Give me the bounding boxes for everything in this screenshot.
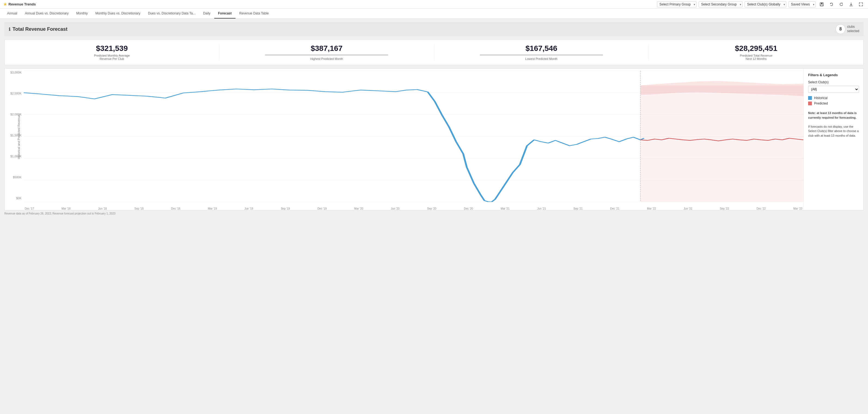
legend-predicted: Predicted <box>808 101 859 105</box>
star-icon: ★ <box>3 2 7 7</box>
secondary-group-select[interactable]: Select Secondary Group <box>699 1 742 7</box>
predicted-color-swatch <box>808 101 812 105</box>
stat-label-3: Predicted Total RevenueNext 12 Months <box>653 54 859 60</box>
download-button[interactable] <box>847 1 855 7</box>
x-label-9: Mar '20 <box>354 207 363 210</box>
chart-sidebar: Filters & Legends Select Club(s) (All) H… <box>803 69 863 210</box>
sidebar-note-text: If forecasts do not display, use the Sel… <box>808 125 859 137</box>
clubs-globally-select[interactable]: Select Club(s) Globally <box>745 1 786 7</box>
tab-dues-disc[interactable]: Dues vs. Discretionary Data Ta... <box>144 9 199 19</box>
stat-total-revenue: $28,295,451 Predicted Total RevenueNext … <box>649 44 863 60</box>
app-title-area: ★ Revenue Trends <box>3 2 36 7</box>
stat-predicted-monthly-avg: $321,539 Predicted Monthly AverageRevenu… <box>5 44 219 60</box>
info-icon: ℹ <box>9 27 10 32</box>
x-label-10: Jun '20 <box>391 207 399 210</box>
stat-label-1: Highest Predicted Month <box>224 57 430 60</box>
stat-bar-2 <box>480 55 603 56</box>
x-label-18: Jun '22 <box>684 207 692 210</box>
toolbar-controls: Select Primary Group Select Secondary Gr… <box>657 1 865 7</box>
chart-container: Historical and Predicted Revenue $3,000K… <box>4 68 864 211</box>
x-label-14: Jun '21 <box>537 207 546 210</box>
stat-label-0: Predicted Monthly AverageRevenue Per Clu… <box>9 54 215 60</box>
undo-button[interactable] <box>828 1 835 7</box>
x-label-3: Sep '18 <box>134 207 144 210</box>
tab-monthly[interactable]: Monthly <box>72 9 91 19</box>
legend-historical: Historical <box>808 96 859 100</box>
tab-forecast[interactable]: Forecast <box>214 9 236 19</box>
save-button[interactable] <box>818 1 826 7</box>
primary-group-select[interactable]: Select Primary Group <box>657 1 696 7</box>
svg-rect-5 <box>849 6 853 6</box>
secondary-group-select-wrapper[interactable]: Select Secondary Group <box>699 1 742 7</box>
stat-value-2: $167,546 <box>439 44 645 53</box>
y-label-0: $3,000K <box>5 71 24 74</box>
svg-marker-3 <box>830 3 831 4</box>
sidebar-clubs-select[interactable]: (All) <box>808 86 859 93</box>
x-label-5: Mar '19 <box>208 207 217 210</box>
tab-revenue-table[interactable]: Revenue Data Table <box>236 9 273 19</box>
x-label-8: Dec '19 <box>317 207 327 210</box>
y-label-6: $0K <box>5 196 24 200</box>
y-label-3: $1,500K <box>5 134 24 137</box>
stat-label-2: Lowest Predicted Month <box>439 57 645 60</box>
y-axis: $3,000K $2,500K $2,000K $1,500K $1,000K … <box>5 69 24 202</box>
predicted-legend-label: Predicted <box>814 101 828 105</box>
clubs-badge: 8 clubsselected <box>836 24 859 34</box>
refresh-button[interactable] <box>838 1 845 7</box>
stat-highest-month: $387,167 Highest Predicted Month <box>219 44 434 60</box>
historical-color-swatch <box>808 96 812 100</box>
clubs-globally-select-wrapper[interactable]: Select Club(s) Globally <box>745 1 786 7</box>
x-label-13: Mar '21 <box>501 207 510 210</box>
stat-value-1: $387,167 <box>224 44 430 53</box>
x-label-6: Jun '19 <box>245 207 253 210</box>
page-content: ℹ Total Revenue Forecast 8 clubsselected… <box>0 19 868 218</box>
section-title-area: ℹ Total Revenue Forecast <box>9 26 67 32</box>
stat-value-0: $321,539 <box>9 44 215 53</box>
tab-annual[interactable]: Annual <box>3 9 21 19</box>
section-header: ℹ Total Revenue Forecast 8 clubsselected <box>4 22 864 36</box>
y-label-4: $1,000K <box>5 155 24 158</box>
x-label-20: Dec '22 <box>757 207 766 210</box>
x-label-15: Sep '21 <box>574 207 583 210</box>
x-label-7: Sep '19 <box>281 207 290 210</box>
chart-footnote: Revenue data as of February 28, 2022; Re… <box>4 211 864 215</box>
clubs-label: clubsselected <box>847 25 859 33</box>
fullscreen-button[interactable] <box>857 1 865 7</box>
x-label-0: Dec '17 <box>25 207 34 210</box>
x-label-4: Dec '18 <box>171 207 181 210</box>
tab-monthly-dues[interactable]: Monthly Dues vs. Discretionary <box>91 9 144 19</box>
tab-daily[interactable]: Daily <box>199 9 214 19</box>
stats-row: $321,539 Predicted Monthly AverageRevenu… <box>4 39 864 65</box>
clubs-count: 8 <box>836 24 845 34</box>
x-label-11: Sep '20 <box>427 207 436 210</box>
app-title: Revenue Trends <box>8 2 36 6</box>
tab-bar: Annual Annual Dues vs. Discretionary Mon… <box>0 9 868 19</box>
chart-main: Historical and Predicted Revenue $3,000K… <box>5 69 803 210</box>
x-label-21: Mar '23 <box>794 207 802 210</box>
tab-annual-dues[interactable]: Annual Dues vs. Discretionary <box>21 9 72 19</box>
x-label-19: Sep '22 <box>720 207 729 210</box>
stat-lowest-month: $167,546 Lowest Predicted Month <box>434 44 649 60</box>
saved-views-select[interactable]: Saved Views <box>788 1 816 7</box>
x-label-16: Dec '21 <box>610 207 619 210</box>
select-clubs-label: Select Club(s) <box>808 80 859 84</box>
chart-svg-wrapper <box>24 71 803 202</box>
saved-views-select-wrapper[interactable]: Saved Views <box>788 1 816 7</box>
primary-group-select-wrapper[interactable]: Select Primary Group <box>657 1 696 7</box>
x-axis: Dec '17 Mar '18 Jun '18 Sep '18 Dec '18 … <box>24 207 803 210</box>
y-label-5: $500K <box>5 176 24 179</box>
sidebar-note: Note: at least 13 months of data is curr… <box>808 111 859 138</box>
toolbar: ★ Revenue Trends Select Primary Group Se… <box>0 0 868 9</box>
x-label-17: Mar '22 <box>647 207 656 210</box>
y-label-2: $2,000K <box>5 113 24 116</box>
y-label-1: $2,500K <box>5 92 24 95</box>
x-label-2: Jun '18 <box>98 207 107 210</box>
x-label-1: Mar '18 <box>62 207 70 210</box>
svg-marker-4 <box>842 3 843 4</box>
sidebar-note-bold: Note: at least 13 months of data is curr… <box>808 111 857 119</box>
svg-rect-1 <box>821 3 823 4</box>
sidebar-title: Filters & Legends <box>808 73 859 77</box>
section-title: Total Revenue Forecast <box>12 26 67 32</box>
x-label-12: Dec '20 <box>464 207 473 210</box>
stat-value-3: $28,295,451 <box>653 44 859 53</box>
